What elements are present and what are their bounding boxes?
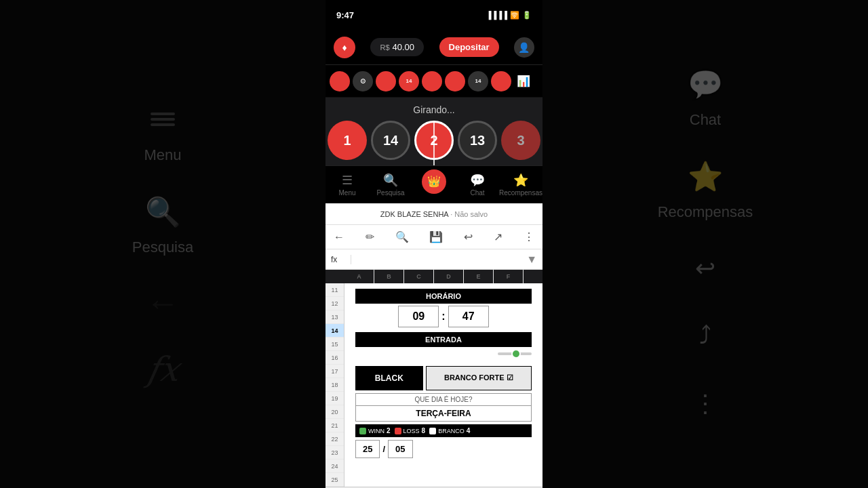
more-dots-icon: ⋮ [685,384,726,424]
nav-chat[interactable]: 💬 Chat [456,173,499,197]
row-23: 23 [326,446,344,460]
nav-crown[interactable]: 👑 [412,176,456,194]
date-day: 25 [355,440,380,458]
pencil-tool-icon[interactable]: ✏ [363,228,377,246]
ss-title-name: ZDK BLAZE SENHA [380,210,448,218]
row-20: 20 [326,405,344,419]
ss-title-bar: ZDK BLAZE SENHA · Não salvo [326,203,542,225]
app-logo: ♦ [334,37,355,58]
date-month: 05 [388,440,412,458]
minute-cell: 47 [448,306,489,327]
ss-col-headers: A B C D E F [344,270,542,283]
game-icon-2[interactable] [376,71,396,92]
ss-grid-area: A B C D E F 11 12 13 14 15 16 17 18 19 2… [326,270,542,487]
game-icon-6[interactable]: 14 [468,71,488,92]
menu-icon [142,99,183,140]
row-11: 11 [326,283,344,297]
balance-currency: R$ [380,43,389,52]
bg-menu-icon: Menu [142,99,183,164]
spinning-area: Girando... 1 14 2 13 3 [326,98,542,165]
save-tool-icon[interactable]: 💾 [427,228,446,246]
center-line [433,121,435,165]
roulette-item-0: 1 [328,121,367,160]
row-24: 24 [326,460,344,473]
undo-tool-icon[interactable]: ↩ [461,228,475,246]
loss-count: 8 [422,427,426,434]
row-16: 16 [326,351,344,365]
app-header: ♦ R$ 40.00 Depositar 👤 [326,30,542,65]
branco-stat: BRANCO 4 [429,427,470,434]
chat-nav-label: Chat [470,189,484,197]
bg-fx-icon: 𝑓𝑥 [147,350,179,389]
bg-undo-icon: ↩ [685,248,726,289]
share-icon: ⤴ [685,316,726,357]
date-separator: / [382,444,385,454]
bg-more-icon: ⋮ [685,384,726,424]
wifi-icon: 🛜 [510,11,519,20]
branco-forte-button[interactable]: BRANCO FORTE ☑ [426,366,532,390]
game-icon-1[interactable]: ⊙ [353,71,373,92]
rewards-star-icon: ⭐ [685,156,726,197]
col-f: F [494,270,524,283]
game-icon-4[interactable] [422,71,442,92]
slider-track[interactable] [498,352,532,355]
row-18: 18 [326,378,344,392]
menu-label: Menu [144,146,181,164]
game-icon-3[interactable]: 14 [399,71,419,92]
chart-icon[interactable]: 📊 [514,72,533,91]
crown-icon: 👑 [422,169,446,194]
back-tool-icon[interactable]: ← [331,228,347,246]
row-19: 19 [326,392,344,405]
bg-back-icon: ← [146,283,180,323]
ss-formula-bar: fx ▼ [326,249,542,270]
stats-row: WINN 2 LOSS 8 BRANCO 4 [355,424,532,437]
share-tool-icon[interactable]: ↗ [491,228,505,246]
profile-icon[interactable]: 👤 [514,37,534,58]
back-arrow-icon: ← [146,283,180,323]
game-icon-0[interactable] [330,71,350,92]
menu-nav-label: Menu [338,189,355,197]
menu-nav-icon: ☰ [342,173,353,188]
nav-menu[interactable]: ☰ Menu [326,173,369,197]
status-icons: ▐▐▐▐ 🛜 🔋 [486,11,532,20]
ss-title: ZDK BLAZE SENHA · Não salvo [332,210,536,218]
chat-bubble-icon: 💬 [685,64,726,104]
row-14: 14 [326,324,344,338]
nav-recompensas[interactable]: ⭐ Recompensas [499,173,542,197]
rewards-nav-icon: ⭐ [513,173,528,188]
col-e: E [464,270,494,283]
loss-stat: LOSS 8 [395,427,426,434]
ss-form: HORÁRIO 09 : 47 ENTRADA [355,289,532,347]
time-row: 09 : 47 [355,306,532,327]
branco-dot [429,428,436,434]
roulette-item-3: 13 [458,121,497,160]
balance-amount: 40.00 [393,42,415,52]
phone-frame: 9:47 ▐▐▐▐ 🛜 🔋 ♦ R$ 40.00 Depositar 👤 ⊙ 1… [326,0,542,488]
more-tool-icon[interactable]: ⋮ [521,228,537,246]
day-question-label: QUE DIA É HOJE? [355,393,532,406]
winn-stat: WINN 2 [359,427,391,434]
balance-display: R$ 40.00 [370,38,424,56]
status-time: 9:47 [336,10,354,20]
nav-pesquisa[interactable]: 🔍 Pesquisa [369,173,412,197]
branco-count: 4 [467,427,471,434]
slider-thumb[interactable] [511,349,521,359]
row-15: 15 [326,338,344,351]
winn-dot [359,428,366,434]
game-icon-5[interactable] [445,71,465,92]
row-22: 22 [326,432,344,446]
ss-row-numbers: 11 12 13 14 15 16 17 18 19 20 21 22 23 2… [326,283,344,487]
game-icon-7[interactable] [491,71,511,92]
deposit-button[interactable]: Depositar [439,37,499,57]
bg-share-icon: ⤴ [685,316,726,357]
outer-bg: Menu 🔍 Pesquisa ← 𝑓𝑥 💬 Chat ⭐ Recompensa… [0,0,868,488]
search-tool-icon[interactable]: 🔍 [393,228,412,246]
spinning-label: Girando... [326,104,542,115]
loss-label: LOSS [403,428,420,434]
roulette-item-4: 3 [501,121,540,160]
black-button[interactable]: BLACK [355,366,423,390]
col-b: B [374,270,404,283]
undo-icon: ↩ [685,248,726,289]
slider-container [355,347,532,361]
col-a: A [344,270,374,283]
